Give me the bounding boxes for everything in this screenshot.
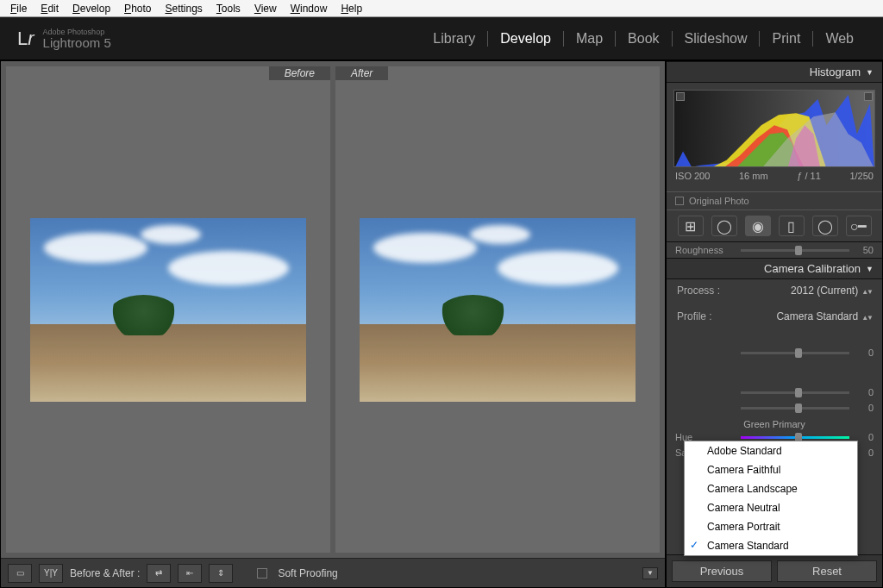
menu-file[interactable]: File [3, 3, 34, 15]
brush-tool-icon[interactable]: ○━ [846, 216, 872, 236]
profile-option[interactable]: Camera Landscape [685, 479, 857, 498]
center-column: Before After ▭ Y|Y Before & After : ⇄ ⇤ … [0, 60, 666, 588]
module-print[interactable]: Print [760, 31, 812, 47]
original-photo-checkbox[interactable] [675, 197, 684, 205]
profile-option[interactable]: Camera Neutral [685, 498, 857, 517]
original-photo-row[interactable]: Original Photo [667, 191, 882, 210]
roughness-value: 50 [856, 245, 874, 255]
copy-before-icon[interactable]: ⇤ [178, 564, 202, 583]
gradient-tool-icon[interactable]: ▯ [779, 216, 805, 236]
copy-after-icon[interactable]: ⇕ [209, 564, 233, 583]
profile-option-selected[interactable]: ✓Camera Standard [685, 536, 857, 555]
module-picker: Library Develop Map Book Slideshow Print… [421, 31, 866, 47]
after-image [360, 218, 636, 402]
brand-big: Lightroom 5 [43, 36, 111, 49]
histogram-title: Histogram [810, 66, 861, 78]
after-pane[interactable]: After [335, 66, 660, 553]
compare-view-icon[interactable]: Y|Y [39, 564, 63, 583]
toolbar-dropdown-icon[interactable]: ▼ [642, 567, 658, 579]
collapse-icon: ▼ [866, 265, 874, 273]
profile-dropdown[interactable]: Profile : Camera Standard▲▼ [667, 305, 882, 328]
module-slideshow[interactable]: Slideshow [673, 31, 760, 47]
redeye-tool-icon[interactable]: ◉ [745, 216, 771, 236]
roughness-label: Roughness [675, 245, 734, 255]
exif-shutter: 1/250 [849, 171, 874, 181]
compare-area: Before After [1, 61, 665, 558]
process-dropdown[interactable]: Process : 2012 (Current)▲▼ [667, 279, 882, 302]
logo-icon: Lr [17, 28, 34, 50]
right-bottom-buttons: Previous Reset [667, 554, 882, 587]
before-label: Before [269, 66, 330, 80]
roughness-slider[interactable]: Roughness 50 [667, 242, 882, 258]
hidden-slider-a[interactable]: 0 [667, 345, 882, 360]
profile-options-popup: Adobe Standard Camera Faithful Camera La… [684, 441, 858, 556]
app-header: Lr Adobe Photoshop Lightroom 5 Library D… [0, 17, 883, 60]
right-panel: Histogram ▼ ISO 200 16 mm ƒ / 11 [666, 60, 883, 588]
before-after-label: Before & After : [70, 567, 140, 579]
process-value: 2012 (Current) [791, 285, 858, 297]
hue-value: 0 [856, 432, 874, 442]
calibration-header[interactable]: Camera Calibration ▼ [667, 258, 882, 279]
profile-option[interactable]: Camera Faithful [685, 460, 857, 479]
radial-tool-icon[interactable]: ◯ [812, 216, 838, 236]
local-tools: ⊞ ◯ ◉ ▯ ◯ ○━ [667, 210, 882, 242]
menu-help[interactable]: Help [334, 3, 369, 15]
hidden-slider-b[interactable]: 0 [667, 385, 882, 400]
green-primary-label: Green Primary [667, 416, 882, 429]
module-develop[interactable]: Develop [488, 31, 563, 47]
profile-option[interactable]: Adobe Standard [685, 441, 857, 460]
profile-value: Camera Standard [776, 310, 858, 322]
profile-label: Profile : [677, 310, 712, 322]
updown-icon: ▲▼ [861, 288, 872, 296]
swap-ba-icon[interactable]: ⇄ [147, 564, 171, 583]
menu-settings[interactable]: Settings [158, 3, 209, 15]
center-toolbar: ▭ Y|Y Before & After : ⇄ ⇤ ⇕ Soft Proofi… [1, 558, 665, 587]
menu-window[interactable]: Window [284, 3, 335, 15]
loupe-view-icon[interactable]: ▭ [8, 564, 32, 583]
calibration-title: Camera Calibration [764, 262, 861, 275]
collapse-icon: ▼ [866, 68, 874, 77]
module-web[interactable]: Web [813, 31, 866, 47]
reset-button[interactable]: Reset [777, 560, 877, 582]
crop-tool-icon[interactable]: ⊞ [678, 216, 704, 236]
menu-view[interactable]: View [247, 3, 284, 15]
spot-tool-icon[interactable]: ◯ [711, 216, 737, 236]
menu-photo[interactable]: Photo [117, 3, 158, 15]
process-label: Process : [677, 285, 720, 297]
updown-icon: ▲▼ [861, 314, 872, 322]
os-menubar: File Edit Develop Photo Settings Tools V… [0, 0, 883, 17]
hidden-slider-c[interactable]: 0 [667, 400, 882, 416]
after-label: After [335, 66, 388, 80]
original-photo-label: Original Photo [689, 196, 749, 206]
module-map[interactable]: Map [564, 31, 615, 47]
histogram-header[interactable]: Histogram ▼ [667, 61, 882, 83]
soft-proofing-label: Soft Proofing [278, 567, 337, 579]
app-logo: Lr Adobe Photoshop Lightroom 5 [17, 28, 111, 50]
saturation-value: 0 [856, 447, 874, 458]
histogram[interactable] [673, 90, 875, 167]
menu-tools[interactable]: Tools [210, 3, 247, 15]
module-book[interactable]: Book [616, 31, 671, 47]
exif-focal: 16 mm [739, 171, 768, 181]
exif-aperture: ƒ / 11 [797, 171, 821, 181]
previous-button[interactable]: Previous [672, 560, 772, 582]
exif-row: ISO 200 16 mm ƒ / 11 1/250 [673, 167, 875, 185]
menu-edit[interactable]: Edit [34, 3, 66, 15]
soft-proofing-checkbox[interactable] [257, 568, 267, 579]
exif-iso: ISO 200 [675, 171, 710, 181]
menu-develop[interactable]: Develop [66, 3, 117, 15]
before-image [30, 218, 306, 402]
module-library[interactable]: Library [421, 31, 487, 47]
check-icon: ✓ [690, 539, 698, 551]
profile-option[interactable]: Camera Portrait [685, 517, 857, 536]
before-pane[interactable]: Before [6, 66, 330, 553]
